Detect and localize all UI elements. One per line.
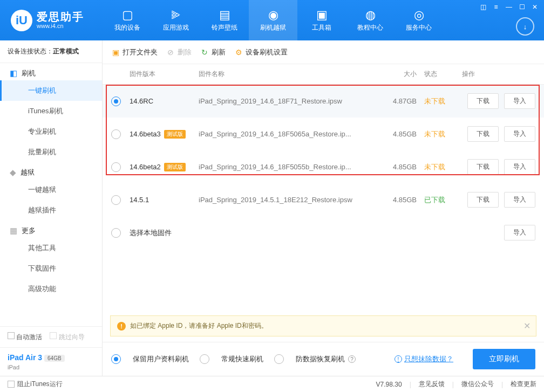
- row-ops: 下载导入: [454, 126, 535, 142]
- row-ops: 下载导入: [454, 93, 535, 109]
- import-button[interactable]: 导入: [504, 159, 535, 175]
- download-button[interactable]: 下载: [467, 126, 499, 142]
- nav-flash[interactable]: ◉刷机越狱: [249, 0, 297, 40]
- firmware-name: iPad_Spring_2019_14.6_18F5065a_Restore.i…: [199, 130, 379, 138]
- import-button[interactable]: 导入: [504, 192, 535, 208]
- sidebar-group-flash[interactable]: ◧刷机: [0, 63, 102, 80]
- folder-icon: ▣: [111, 48, 120, 57]
- notice-text: 如已绑定 Apple ID，请准备好 Apple ID和密码。: [130, 321, 268, 331]
- wechat-link[interactable]: 微信公众号: [461, 380, 494, 389]
- sidebar-item-itunes-flash[interactable]: iTunes刷机: [0, 101, 102, 121]
- nav-apps[interactable]: ⫸应用游戏: [152, 0, 200, 40]
- flash-icon: ◧: [10, 68, 17, 78]
- toolbar: ▣打开文件夹 ⊘删除 ↻刷新 ⚙设备刷机设置: [103, 40, 544, 64]
- row-radio[interactable]: [111, 228, 121, 238]
- gear-icon: ⚙: [234, 48, 243, 57]
- erase-data-link[interactable]: !只想抹除数据？: [395, 354, 453, 364]
- download-button[interactable]: 下载: [467, 192, 499, 208]
- table-header: 固件版本 固件名称 大小 状态 操作: [103, 64, 544, 85]
- help-icon[interactable]: ?: [348, 355, 356, 363]
- storage-badge: 64GB: [44, 355, 65, 362]
- radio-icon: [200, 354, 209, 364]
- menu-icon[interactable]: ≡: [491, 2, 501, 12]
- device-name: iPad Air 3: [8, 353, 42, 362]
- sidebar-item-other-tools[interactable]: 其他工具: [0, 238, 102, 258]
- flash-settings-button[interactable]: ⚙设备刷机设置: [234, 47, 288, 57]
- firmware-version: 14.5.1: [130, 196, 199, 204]
- main-panel: ▣打开文件夹 ⊘删除 ↻刷新 ⚙设备刷机设置 固件版本 固件名称 大小 状态 操…: [103, 40, 544, 376]
- main-nav: ▢我的设备 ⫸应用游戏 ▤铃声壁纸 ◉刷机越狱 ▣工具箱 ◍教程中心 ◎服务中心: [103, 0, 443, 40]
- firmware-name: iPad_Spring_2019_14.6_18F71_Restore.ipsw: [199, 97, 379, 105]
- table-row[interactable]: 选择本地固件导入: [103, 216, 544, 249]
- sidebar-item-pro-flash[interactable]: 专业刷机: [0, 121, 102, 142]
- refresh-button[interactable]: ↻刷新: [200, 47, 226, 57]
- firmware-version: 选择本地固件: [130, 228, 199, 238]
- row-radio[interactable]: [111, 195, 121, 205]
- auto-activate-checkbox[interactable]: 自动激活: [8, 332, 42, 342]
- nav-tutorials[interactable]: ◍教程中心: [346, 0, 395, 40]
- firmware-status: 未下载: [417, 97, 454, 106]
- table-row[interactable]: 14.6beta2测试版iPad_Spring_2019_14.6_18F505…: [103, 150, 544, 183]
- open-folder-button[interactable]: ▣打开文件夹: [111, 47, 158, 57]
- firmware-size: 4.85GB: [379, 130, 417, 138]
- sidebar-item-oneclick-flash[interactable]: 一键刷机: [0, 80, 102, 101]
- device-type: iPad: [8, 364, 94, 370]
- row-radio[interactable]: [111, 97, 121, 106]
- import-button[interactable]: 导入: [504, 126, 535, 142]
- col-name: 固件名称: [199, 70, 379, 79]
- option-anti-recovery[interactable]: 防数据恢复刷机?: [274, 354, 356, 364]
- nav-ringtones[interactable]: ▤铃声壁纸: [200, 0, 249, 40]
- nav-my-device[interactable]: ▢我的设备: [103, 0, 152, 40]
- firmware-version: 14.6RC: [130, 97, 199, 105]
- sidebar-item-advanced[interactable]: 高级功能: [0, 279, 102, 299]
- sidebar-item-batch-flash[interactable]: 批量刷机: [0, 142, 102, 162]
- warning-icon: !: [117, 322, 126, 331]
- download-button[interactable]: 下载: [467, 159, 499, 175]
- nav-service[interactable]: ◎服务中心: [395, 0, 443, 40]
- feedback-link[interactable]: 意见反馈: [419, 380, 445, 389]
- row-radio[interactable]: [111, 162, 121, 172]
- beta-badge: 测试版: [164, 163, 186, 171]
- sidebar-item-oneclick-jb[interactable]: 一键越狱: [0, 180, 102, 200]
- sidebar-group-jailbreak[interactable]: ◆越狱: [0, 162, 102, 180]
- status-bar: 阻止iTunes运行 V7.98.30| 意见反馈| 微信公众号| 检查更新: [0, 376, 544, 392]
- download-button[interactable]: 下载: [467, 93, 499, 109]
- beta-badge: 测试版: [164, 130, 186, 139]
- firmware-version: 14.6beta3测试版: [130, 130, 199, 139]
- row-radio[interactable]: [111, 129, 121, 139]
- download-progress-icon[interactable]: ↓: [516, 17, 534, 36]
- table-row[interactable]: 14.6RCiPad_Spring_2019_14.6_18F71_Restor…: [103, 85, 544, 118]
- sidebar-item-jb-plugins[interactable]: 越狱插件: [0, 200, 102, 221]
- sidebar-item-download-firmware[interactable]: 下载固件: [0, 258, 102, 279]
- music-icon: ▤: [219, 8, 230, 22]
- notice-close-icon[interactable]: ✕: [523, 321, 531, 331]
- sidebar-group-more[interactable]: ▦更多: [0, 221, 102, 238]
- jailbreak-icon: ◆: [10, 168, 16, 177]
- radio-icon: [111, 354, 121, 364]
- nav-toolbox[interactable]: ▣工具箱: [297, 0, 346, 40]
- device-info[interactable]: iPad Air 364GB iPad: [0, 347, 102, 376]
- skip-guide-checkbox[interactable]: 跳过向导: [50, 332, 84, 342]
- maximize-icon[interactable]: ☐: [517, 2, 527, 12]
- flash-options-bar: 保留用户资料刷机 常规快速刷机 防数据恢复刷机? !只想抹除数据？ 立即刷机: [103, 342, 544, 376]
- block-itunes-checkbox[interactable]: 阻止iTunes运行: [8, 380, 63, 389]
- flash-now-button[interactable]: 立即刷机: [473, 349, 535, 369]
- close-icon[interactable]: ✕: [530, 2, 540, 12]
- check-update-link[interactable]: 检查更新: [511, 380, 536, 389]
- option-keep-data[interactable]: 保留用户资料刷机: [111, 354, 189, 364]
- apple-id-notice: ! 如已绑定 Apple ID，请准备好 Apple ID和密码。 ✕: [110, 315, 536, 336]
- minimize-icon[interactable]: —: [504, 2, 514, 12]
- row-ops: 下载导入: [454, 192, 535, 208]
- import-button[interactable]: 导入: [504, 93, 535, 109]
- option-normal-flash[interactable]: 常规快速刷机: [200, 354, 263, 364]
- firmware-name: iPad_Spring_2019_14.5.1_18E212_Restore.i…: [199, 196, 379, 204]
- table-row[interactable]: 14.5.1iPad_Spring_2019_14.5.1_18E212_Res…: [103, 183, 544, 216]
- table-row[interactable]: 14.6beta3测试版iPad_Spring_2019_14.6_18F506…: [103, 118, 544, 150]
- skin-icon[interactable]: ◫: [478, 2, 488, 12]
- radio-icon: [274, 354, 284, 364]
- app-header: iU 爱思助手 www.i4.cn ▢我的设备 ⫸应用游戏 ▤铃声壁纸 ◉刷机越…: [0, 0, 544, 40]
- import-button[interactable]: 导入: [504, 225, 535, 240]
- delete-button[interactable]: ⊘删除: [166, 47, 192, 57]
- refresh-icon: ↻: [200, 48, 209, 57]
- col-version: 固件版本: [130, 70, 199, 79]
